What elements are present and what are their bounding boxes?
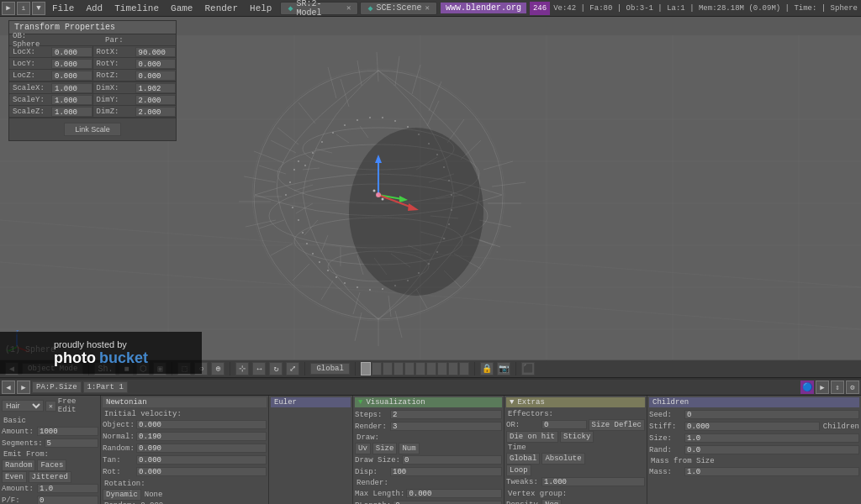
mass-value[interactable]: 1.0 [684, 467, 859, 476]
stiff-value[interactable]: 0.000 [684, 422, 820, 431]
scaley-label: ScaleY: [9, 96, 51, 104]
pfp-value[interactable]: 0 [37, 496, 98, 504]
tab-scene-close[interactable]: ✕ [425, 3, 430, 13]
emit-faces-btn[interactable]: Faces [37, 459, 66, 471]
tab-scene[interactable]: ◆ SCE:Scene ✕ [360, 2, 436, 15]
tab-model[interactable]: ◆ SR:2-Model ✕ [280, 2, 358, 15]
or-value[interactable]: 0 [541, 420, 587, 429]
dimx-value[interactable]: 1.902 [135, 83, 177, 93]
dimz-value[interactable]: 2.000 [135, 107, 177, 117]
layer-5[interactable] [404, 362, 415, 375]
layer-4[interactable] [394, 362, 404, 375]
pa-expand[interactable]: ▶ [816, 381, 829, 394]
layer-3[interactable] [383, 362, 393, 375]
emit-amount-value[interactable]: 1.0 [37, 484, 98, 493]
rand-value[interactable]: 0.0 [684, 445, 859, 454]
rlength-value[interactable]: 0 [393, 501, 502, 504]
render-icon[interactable]: ⬛ [521, 362, 535, 375]
pa-right-icon[interactable]: ▶ [17, 381, 30, 394]
tab-model-close[interactable]: ✕ [346, 3, 351, 13]
layer-2[interactable] [372, 362, 382, 375]
rot-value[interactable]: 0.000 [136, 467, 267, 476]
emit-even-btn[interactable]: Even [2, 471, 27, 483]
disp-value[interactable]: 100 [390, 467, 502, 476]
window-icon[interactable]: ▼ [32, 2, 45, 15]
locy-value[interactable]: 0.000 [51, 59, 92, 69]
pa-settings[interactable]: ⚙ [846, 381, 859, 394]
amount-value[interactable]: 1000 [37, 427, 98, 436]
pa-left-icon[interactable]: ◀ [2, 381, 15, 394]
segments-value[interactable]: 5 [45, 438, 98, 448]
scale-icon[interactable]: ⤢ [286, 362, 299, 375]
blender-icon[interactable]: ▶ [2, 2, 15, 15]
tweaks-value[interactable]: 1.000 [541, 477, 645, 486]
size-btn[interactable]: Size [372, 443, 398, 454]
layer-9[interactable] [448, 362, 458, 375]
scalex-value[interactable]: 1.000 [51, 83, 92, 93]
tan-value[interactable]: 0.000 [136, 455, 267, 465]
uv-btn[interactable]: Uv [355, 443, 371, 454]
cursor-icon[interactable]: ⊹ [235, 362, 249, 375]
locx-value[interactable]: 0.000 [51, 47, 92, 57]
svg-line-113 [315, 149, 332, 153]
layer-1[interactable] [361, 362, 371, 375]
die-on-hit-btn[interactable]: Die on hit [506, 431, 558, 443]
grab-icon[interactable]: ↔ [252, 362, 266, 375]
lock-icon[interactable]: 🔒 [480, 362, 494, 375]
num-btn[interactable]: Num [399, 443, 419, 454]
pa-arrows[interactable]: ⇕ [831, 381, 844, 394]
pa-tab-size[interactable]: PA:P.Size [32, 381, 82, 393]
global-btn[interactable]: Global [506, 453, 540, 465]
rand-row: Rand: 0.0 [649, 444, 859, 455]
menu-render[interactable]: Render [199, 0, 243, 17]
rot-label: Rot: [103, 468, 135, 476]
random-vel-value[interactable]: 0.090 [136, 444, 267, 453]
normal-value[interactable]: 0.190 [136, 432, 267, 441]
seed-value[interactable]: 0 [684, 410, 859, 419]
svg-line-108 [321, 235, 328, 252]
menu-help[interactable]: Help [245, 0, 277, 17]
dynamic-btn[interactable]: Dynamic [103, 489, 141, 501]
locz-value[interactable]: 0.000 [51, 71, 92, 81]
global-local-select[interactable]: Global [310, 363, 349, 375]
hair-type-select[interactable]: Hair Emitter [2, 400, 44, 412]
menu-game[interactable]: Game [166, 0, 198, 17]
size-deflec-btn[interactable]: Size Deflec [589, 419, 645, 431]
roty-value[interactable]: 0.000 [135, 59, 177, 69]
scalez-value[interactable]: 1.000 [51, 107, 92, 117]
menu-file[interactable]: File [47, 0, 79, 17]
emit-random-btn[interactable]: Random [2, 459, 35, 471]
scaley-value[interactable]: 1.000 [51, 95, 92, 105]
rotate-icon[interactable]: ↻ [269, 362, 283, 375]
menu-add[interactable]: Add [81, 0, 108, 17]
layer-6[interactable] [415, 362, 425, 375]
loop-btn[interactable]: Loop [506, 465, 531, 476]
emit-jittered-btn[interactable]: Jittered [29, 471, 71, 483]
draw-size-value[interactable]: 0 [402, 455, 502, 465]
ch-size-value[interactable]: 1.0 [684, 433, 859, 443]
layer-7[interactable] [426, 362, 436, 375]
info-icon[interactable]: i [17, 2, 30, 15]
dimy-value[interactable]: 2.000 [135, 95, 177, 105]
obj-value[interactable]: 0.000 [136, 420, 267, 429]
layer-10[interactable] [459, 362, 469, 375]
absolute-btn[interactable]: Absolute [541, 453, 584, 465]
steps-value[interactable]: 2 [390, 410, 502, 419]
svg-point-46 [394, 120, 396, 122]
link-scale-button[interactable]: Link Scale [64, 123, 121, 136]
neg-btn[interactable]: Neg [541, 499, 562, 505]
rotx-value[interactable]: 90.000 [135, 47, 177, 57]
die-on-hit-row: Die on hit Sticky [506, 431, 645, 442]
rotz-value[interactable]: 0.000 [135, 71, 177, 81]
camera-icon[interactable]: 📷 [497, 362, 510, 375]
svg-point-18 [285, 194, 287, 196]
pa-tab-part1[interactable]: 1:Part 1 [83, 381, 128, 393]
layer-8[interactable] [437, 362, 447, 375]
render-steps-value[interactable]: 3 [390, 422, 502, 431]
snap-icon[interactable]: ⊕ [211, 362, 224, 375]
max-length-value[interactable]: 0.000 [406, 489, 502, 498]
sticky-btn[interactable]: Sticky [560, 431, 594, 443]
blender-link[interactable]: www.blender.org [441, 3, 526, 13]
menu-timeline[interactable]: Timeline [109, 0, 164, 17]
pa-size-btn[interactable]: ✕ [45, 401, 56, 412]
